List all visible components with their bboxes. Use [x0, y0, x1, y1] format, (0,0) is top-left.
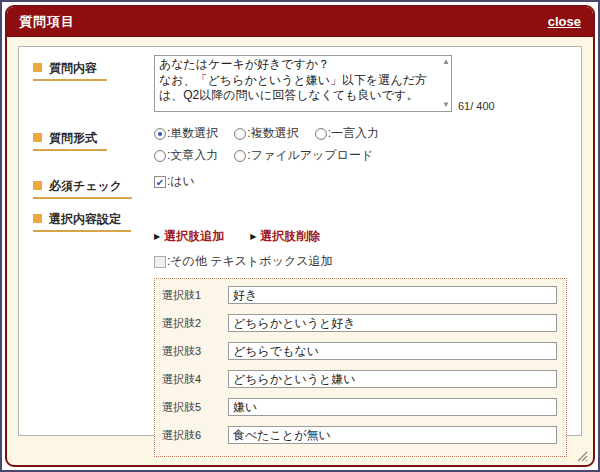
choice-label: 選択肢2 — [162, 316, 228, 331]
radio-long-text[interactable]: :文章入力 — [154, 147, 218, 164]
resize-grip-icon[interactable] — [575, 449, 588, 462]
choice-input-6[interactable] — [228, 426, 557, 444]
radio-multi-select[interactable]: :複数選択 — [234, 125, 298, 142]
orange-square-icon — [33, 133, 42, 142]
choice-label: 選択肢3 — [162, 344, 228, 359]
question-content-textarea[interactable]: あなたはケーキが好きですか？ なお、「どちらかというと嫌い」以下を選んだ方は、Q… — [154, 55, 452, 112]
required-check-row: 必須チェック ✔:はい — [19, 173, 575, 199]
scrollbar-up-icon[interactable]: ▲ — [442, 58, 450, 66]
choice-row-4: 選択肢4 — [162, 370, 557, 388]
orange-square-icon — [33, 63, 42, 72]
choice-row-1: 選択肢1 — [162, 286, 557, 304]
form-panel: 質問内容 あなたはケーキが好きですか？ なお、「どちらかというと嫌い」以下を選ん… — [18, 46, 582, 436]
radio-single-select[interactable]: :単数選択 — [154, 125, 218, 142]
dialog-title: 質問項目 — [19, 13, 75, 31]
other-textbox-checkbox[interactable]: :その他 テキストボックス追加 — [154, 253, 575, 270]
radio-selected-icon[interactable] — [154, 128, 166, 140]
radio-icon[interactable] — [234, 150, 246, 162]
choice-label: 選択肢6 — [162, 428, 228, 443]
scrollbar-down-icon[interactable]: ▼ — [442, 101, 450, 109]
question-content-row: 質問内容 あなたはケーキが好きですか？ なお、「どちらかというと嫌い」以下を選ん… — [19, 55, 575, 116]
choice-label: 選択肢4 — [162, 372, 228, 387]
question-format-row: 質問形式 :単数選択 :複数選択 :一言入力 :文章入力 :ファイルアップロード — [19, 125, 575, 169]
question-item-dialog: 質問項目 close 質問内容 あなたはケーキが好きですか？ なお、「どちらかと… — [5, 5, 595, 467]
browser-viewport: 質問項目 close 質問内容 あなたはケーキが好きですか？ なお、「どちらかと… — [0, 0, 600, 472]
choice-input-5[interactable] — [228, 398, 557, 416]
choice-label: 選択肢5 — [162, 400, 228, 415]
checkbox-unchecked-icon[interactable] — [154, 256, 166, 268]
choice-row-6: 選択肢6 — [162, 426, 557, 444]
char-counter: 61/ 400 — [458, 100, 495, 116]
question-format-label: 質問形式 — [33, 130, 107, 151]
choice-input-1[interactable] — [228, 286, 557, 304]
choice-input-3[interactable] — [228, 342, 557, 360]
choice-row-2: 選択肢2 — [162, 314, 557, 332]
choice-row-5: 選択肢5 — [162, 398, 557, 416]
choice-settings-row: 選択内容設定 ▶選択肢追加 ▶選択肢削除 :その他 テキストボックス追加 選択肢… — [19, 206, 575, 457]
triangle-right-icon: ▶ — [154, 232, 160, 241]
radio-icon[interactable] — [315, 128, 327, 140]
checkbox-checked-icon[interactable]: ✔ — [154, 176, 166, 188]
choice-settings-label: 選択内容設定 — [33, 211, 131, 232]
radio-icon[interactable] — [154, 150, 166, 162]
delete-choice-link[interactable]: ▶選択肢削除 — [250, 228, 320, 245]
choice-row-3: 選択肢3 — [162, 342, 557, 360]
triangle-right-icon: ▶ — [250, 232, 256, 241]
choice-label: 選択肢1 — [162, 288, 228, 303]
choices-box: 選択肢1 選択肢2 選択肢3 選択肢4 — [154, 278, 567, 457]
radio-short-text[interactable]: :一言入力 — [315, 125, 379, 142]
radio-file-upload[interactable]: :ファイルアップロード — [234, 147, 373, 164]
add-choice-link[interactable]: ▶選択肢追加 — [154, 228, 224, 245]
radio-icon[interactable] — [234, 128, 246, 140]
question-content-label: 質問内容 — [33, 60, 107, 81]
required-yes-checkbox[interactable]: ✔:はい — [154, 173, 575, 190]
choice-input-4[interactable] — [228, 370, 557, 388]
choice-input-2[interactable] — [228, 314, 557, 332]
orange-square-icon — [33, 181, 42, 190]
required-check-label: 必須チェック — [33, 178, 132, 199]
close-link[interactable]: close — [548, 14, 581, 29]
orange-square-icon — [33, 214, 42, 223]
dialog-buttons: ▶修正 ▶閉じる — [19, 465, 575, 467]
red-highlight-annotation: ▶修正 — [29, 465, 104, 467]
dialog-titlebar: 質問項目 close — [7, 7, 593, 37]
